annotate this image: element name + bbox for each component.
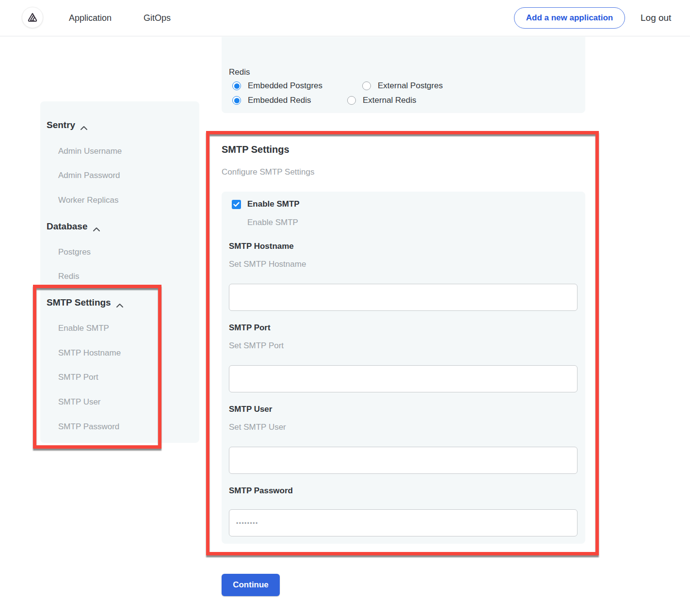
- radio-external-postgres[interactable]: External Postgres: [362, 81, 443, 91]
- radio-external-redis[interactable]: External Redis: [347, 96, 417, 105]
- enable-smtp-checkbox[interactable]: [232, 200, 241, 209]
- smtp-section-title: SMTP Settings: [222, 144, 289, 155]
- sidebar-item-redis[interactable]: Redis: [58, 272, 79, 281]
- sidebar-item-postgres[interactable]: Postgres: [58, 247, 91, 257]
- config-nav-sidebar: Sentry Admin Username Admin Password Wor…: [40, 101, 199, 443]
- smtp-user-help: Set SMTP User: [229, 422, 286, 432]
- smtp-hostname-help: Set SMTP Hostname: [229, 259, 306, 269]
- nav-tab-application[interactable]: Application: [69, 0, 112, 36]
- sidebar-item-smtp-password[interactable]: SMTP Password: [58, 422, 119, 432]
- smtp-password-label: SMTP Password: [229, 486, 293, 496]
- sidebar-group-title: Sentry: [47, 120, 75, 130]
- add-new-application-button[interactable]: Add a new application: [514, 7, 625, 29]
- chevron-up-icon: [93, 224, 100, 229]
- smtp-port-input[interactable]: [229, 365, 578, 392]
- app-logo[interactable]: [22, 7, 43, 28]
- sidebar-item-smtp-port[interactable]: SMTP Port: [58, 373, 98, 382]
- smtp-password-input[interactable]: [229, 509, 578, 536]
- sidebar-item-worker-replicas[interactable]: Worker Replicas: [58, 195, 118, 205]
- smtp-user-label: SMTP User: [229, 405, 272, 414]
- sidebar-group-smtp-settings[interactable]: SMTP Settings: [47, 297, 123, 308]
- smtp-form-panel: Enable SMTP Enable SMTP SMTP Hostname Se…: [222, 192, 585, 544]
- radio-embedded-redis[interactable]: Embedded Redis: [232, 96, 311, 105]
- continue-button[interactable]: Continue: [222, 574, 280, 596]
- redis-group-label: Redis: [229, 67, 250, 77]
- smtp-user-input[interactable]: [229, 447, 578, 474]
- database-config-panel: Embedded Postgres External Postgres Redi…: [222, 37, 585, 113]
- smtp-port-help: Set SMTP Port: [229, 341, 284, 351]
- sidebar-group-title: Database: [47, 221, 88, 232]
- sidebar-group-title: SMTP Settings: [47, 297, 111, 308]
- check-icon: [233, 202, 240, 207]
- sidebar-item-admin-username[interactable]: Admin Username: [58, 146, 122, 156]
- radio-label: External Redis: [363, 96, 417, 105]
- radio-unselected-icon: [362, 81, 371, 90]
- sidebar-item-enable-smtp[interactable]: Enable SMTP: [58, 324, 109, 333]
- radio-label: External Postgres: [378, 81, 443, 91]
- sidebar-group-sentry[interactable]: Sentry: [47, 120, 87, 130]
- enable-smtp-label: Enable SMTP: [247, 199, 300, 209]
- sidebar-group-database[interactable]: Database: [47, 221, 100, 232]
- radio-label: Embedded Redis: [248, 96, 311, 105]
- smtp-section-subtitle: Configure SMTP Settings: [222, 167, 315, 177]
- sidebar-item-admin-password[interactable]: Admin Password: [58, 171, 120, 180]
- smtp-port-label: SMTP Port: [229, 323, 271, 333]
- radio-selected-icon: [232, 96, 241, 105]
- radio-embedded-postgres[interactable]: Embedded Postgres: [232, 81, 322, 91]
- logout-link[interactable]: Log out: [641, 0, 671, 36]
- nav-tab-gitops[interactable]: GitOps: [144, 0, 171, 36]
- enable-smtp-help: Enable SMTP: [247, 218, 298, 227]
- radio-selected-icon: [232, 81, 241, 90]
- smtp-hostname-input[interactable]: [229, 284, 578, 311]
- radio-unselected-icon: [347, 96, 356, 105]
- smtp-hostname-label: SMTP Hostname: [229, 242, 294, 251]
- radio-label: Embedded Postgres: [248, 81, 322, 91]
- sidebar-item-smtp-hostname[interactable]: SMTP Hostname: [58, 348, 121, 358]
- top-nav: Application GitOps Add a new application…: [0, 0, 690, 36]
- config-page: Application GitOps Add a new application…: [0, 0, 690, 616]
- chevron-up-icon: [116, 300, 123, 306]
- chevron-up-icon: [80, 123, 87, 128]
- sidebar-item-smtp-user[interactable]: SMTP User: [58, 397, 101, 407]
- sentry-logo-icon: [26, 12, 39, 24]
